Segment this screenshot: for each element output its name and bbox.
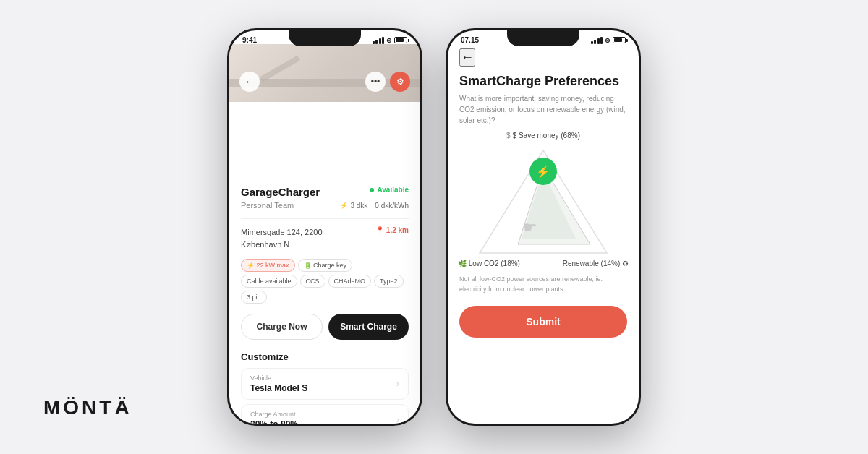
- dollar-icon: $: [506, 132, 511, 140]
- chevron-icon-vehicle: ›: [396, 379, 399, 389]
- charge-amount-label: Charge Amount: [250, 411, 298, 418]
- phone-1: 9:41 ⊜: [227, 28, 422, 426]
- bolt-icon: ⚡: [340, 202, 348, 209]
- charger-name: GarageCharger: [241, 186, 320, 198]
- distance-value: 1.2 km: [386, 226, 409, 234]
- monta-logo: MÖNTÄ: [43, 396, 132, 419]
- save-money-indicator: ⚡: [529, 158, 557, 185]
- status-icons-1: ⊜: [373, 37, 408, 44]
- tag-cable: Cable available: [241, 275, 297, 288]
- time-display-2: 07.15: [461, 36, 479, 44]
- triangle-chart: ⚡ ☛ $ $ Save money (68%) 🌿 Low CO2 (18%)…: [464, 137, 623, 267]
- map-section: ← ••• ⚙: [229, 44, 420, 102]
- phone1-body: GarageCharger Available Personal Team ⚡ …: [229, 180, 420, 424]
- back-button-1[interactable]: ←: [239, 72, 260, 92]
- customize-title: Customize: [241, 351, 409, 362]
- chevron-icon-amount: ›: [396, 415, 399, 424]
- status-dot: [370, 188, 374, 192]
- top-nav: ← ••• ⚙: [229, 64, 420, 98]
- phone-notch: [289, 30, 361, 46]
- available-badge: Available: [370, 186, 409, 194]
- phone-2: 07.15 ⊜ ← SmartCharge Preferenc: [446, 28, 641, 426]
- tag-3pin: 3 pin: [241, 291, 267, 304]
- price-session: 0 dkk/kWh: [375, 202, 409, 210]
- nav-right-buttons: ••• ⚙: [365, 72, 410, 92]
- vehicle-value: Tesla Model S: [250, 383, 307, 393]
- time-display-1: 9:41: [242, 36, 257, 44]
- bolt-icon-2: ⚡: [536, 165, 550, 179]
- renewable-label: Renewable (14%) ♻: [563, 260, 629, 267]
- wifi-icon-2: ⊜: [605, 37, 610, 44]
- price-kwh: ⚡ 3 dkk: [340, 202, 367, 210]
- location-row: Mimersgade 124, 2200København N 📍 1.2 km: [241, 226, 409, 250]
- tag-ccs: CCS: [300, 275, 326, 288]
- save-money-label: $ $ Save money (68%): [506, 132, 580, 140]
- settings-button[interactable]: ⚙: [390, 72, 410, 92]
- charge-buttons: Charge Now Smart Charge: [241, 314, 409, 340]
- preferences-subtitle: What is more important: saving money, re…: [459, 93, 627, 126]
- charge-amount-value: 20% to 80%: [250, 419, 298, 424]
- triangle-svg: [464, 137, 623, 267]
- wifi-icon: ⊜: [386, 37, 392, 44]
- battery-icon: [394, 37, 407, 43]
- charger-meta: Personal Team ⚡ 3 dkk 0 dkk/kWh: [241, 201, 409, 210]
- tag-type2: Type2: [374, 275, 404, 288]
- hand-cursor-icon: ☛: [523, 218, 537, 237]
- divider-1: [241, 218, 409, 219]
- charge-amount-item[interactable]: Charge Amount 20% to 80% ›: [241, 404, 409, 424]
- customize-section: Customize Vehicle Tesla Model S › Charge…: [241, 351, 409, 424]
- status-icons-2: ⊜: [591, 37, 626, 44]
- submit-button[interactable]: Submit: [459, 306, 627, 338]
- preferences-title: SmartCharge Preferences: [459, 74, 627, 89]
- pin-icon: 📍: [375, 226, 384, 234]
- phone2-content: ← SmartCharge Preferences What is more i…: [448, 44, 639, 417]
- tags-row: ⚡ 22 kW max 🔋 Charge key Cable available…: [241, 259, 409, 304]
- tag-charge-key: 🔋 Charge key: [298, 259, 353, 272]
- signal-icon: [373, 37, 385, 44]
- charger-header: GarageCharger Available: [241, 186, 409, 198]
- low-co2-label: 🌿 Low CO2 (18%): [458, 260, 520, 267]
- vehicle-item[interactable]: Vehicle Tesla Model S ›: [241, 368, 409, 400]
- team-name: Personal Team: [241, 201, 294, 210]
- address-text: Mimersgade 124, 2200København N: [241, 226, 323, 250]
- tag-chademo: CHAdeMO: [328, 275, 372, 288]
- signal-icon-2: [591, 37, 603, 44]
- tag-power: ⚡ 22 kW max: [241, 259, 295, 272]
- note-text: Not all low-CO2 power sources are renewa…: [459, 275, 627, 294]
- meta-prices: ⚡ 3 dkk 0 dkk/kWh: [340, 202, 409, 210]
- battery-icon-2: [613, 37, 626, 43]
- smart-charge-button[interactable]: Smart Charge: [328, 314, 409, 340]
- phone-notch-2: [507, 30, 579, 46]
- distance-badge: 📍 1.2 km: [375, 226, 409, 234]
- menu-button[interactable]: •••: [365, 72, 386, 92]
- vehicle-label: Vehicle: [250, 374, 307, 382]
- status-text: Available: [377, 186, 409, 194]
- back-button-2[interactable]: ←: [459, 48, 475, 67]
- charge-now-button[interactable]: Charge Now: [241, 314, 323, 340]
